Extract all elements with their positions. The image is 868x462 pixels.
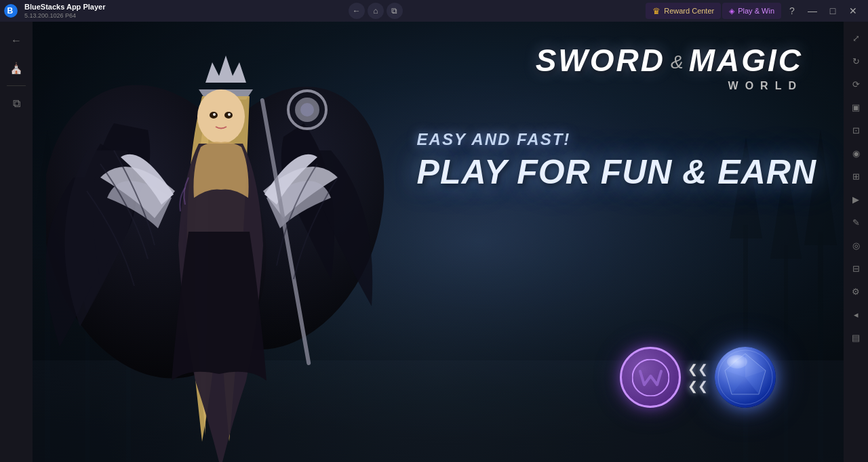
record-icon[interactable]: ◉ <box>846 144 865 163</box>
game-title-magic: MAGIC <box>689 42 803 79</box>
game-banner: SWORD & MAGIC WORLD EASY AND FAST! PLAY … <box>33 22 844 462</box>
titlebar-nav: ← ⌂ ⧉ <box>343 3 408 19</box>
camera-icon[interactable]: ⊡ <box>846 121 865 140</box>
sidebar-back-icon[interactable]: ← <box>4 28 28 53</box>
sync-icon[interactable]: ⟳ <box>846 75 865 93</box>
game-title-amp: & <box>668 51 686 73</box>
reward-center-button[interactable]: ♛ Reward Center <box>646 3 721 19</box>
svg-point-20 <box>197 89 245 144</box>
app-title-area: BlueStacks App Player 5.13.200.1026 P64 <box>22 3 343 18</box>
arrow-row-1: ❮❮ <box>688 362 708 377</box>
token-circle <box>620 347 681 408</box>
svg-point-24 <box>228 113 231 116</box>
game-title-area: SWORD & MAGIC WORLD <box>536 42 803 92</box>
sidebar-multiinstance-icon[interactable]: ⧉ <box>4 91 28 116</box>
gem-sphere <box>715 347 776 408</box>
chevron-1: ❮❮ <box>688 362 708 377</box>
app-version: 5.13.200.1026 P64 <box>24 12 343 19</box>
character-svg <box>46 42 399 462</box>
run-script-icon[interactable]: ▶ <box>846 190 865 209</box>
home-nav-button[interactable]: ⌂ <box>368 3 384 19</box>
play-and-win-label: Play & Win <box>738 7 774 15</box>
scan-icon[interactable]: ⊟ <box>846 259 865 278</box>
arrows-container: ❮❮ ❮❮ <box>688 362 708 394</box>
titlebar-actions: ♛ Reward Center ◈ Play & Win ? — □ ✕ <box>646 3 868 19</box>
tagline-area: EASY AND FAST! PLAY FOR FUN & EARN <box>417 130 816 190</box>
settings-icon[interactable]: ⚙ <box>846 282 865 301</box>
sidebar-separator <box>7 85 26 86</box>
titlebar: B BlueStacks App Player 5.13.200.1026 P6… <box>0 0 868 22</box>
macro-icon[interactable]: ✎ <box>846 213 865 232</box>
gem-inner-svg <box>715 347 776 408</box>
back-nav-button[interactable]: ← <box>349 3 365 19</box>
help-button[interactable]: ? <box>783 3 802 19</box>
svg-text:B: B <box>7 6 14 16</box>
multiinstance-button[interactable]: ⧉ <box>387 3 403 19</box>
reward-icons-area: ❮❮ ❮❮ <box>620 347 776 408</box>
fullscreen-icon[interactable]: ⤢ <box>846 28 865 47</box>
crown-icon: ♛ <box>652 6 660 16</box>
chevron-2: ❮❮ <box>688 379 708 394</box>
game-area[interactable]: SWORD & MAGIC WORLD EASY AND FAST! PLAY … <box>33 22 844 462</box>
sidebar-home-icon[interactable]: ⛪ <box>4 56 28 80</box>
rotate-icon[interactable]: ↻ <box>846 51 865 70</box>
monitor-icon[interactable]: ▤ <box>846 328 865 347</box>
main-area: ← ⛪ ⧉ <box>0 22 868 462</box>
game-title-sword: SWORD <box>536 42 665 79</box>
minimize-button[interactable]: — <box>803 3 822 19</box>
right-sidebar: ⤢ ↻ ⟳ ▣ ⊡ ◉ ⊞ ▶ ✎ ◎ ⊟ ⚙ ◂ ▤ <box>844 22 868 462</box>
gem-icon: ◈ <box>729 7 734 16</box>
app-name: BlueStacks App Player <box>24 3 343 12</box>
left-sidebar: ← ⛪ ⧉ <box>0 22 33 462</box>
game-title-world: WORLD <box>536 80 803 92</box>
gamepad-icon[interactable]: ⊞ <box>846 167 865 186</box>
play-and-win-button[interactable]: ◈ Play & Win <box>722 3 781 19</box>
token-w-logo <box>632 359 669 396</box>
maximize-button[interactable]: □ <box>823 3 842 19</box>
arrow-row-2: ❮❮ <box>688 379 708 394</box>
sword-title: SWORD & MAGIC <box>536 42 803 79</box>
app-icon: B <box>0 0 22 22</box>
location-icon[interactable]: ◎ <box>846 236 865 255</box>
back-icon[interactable]: ◂ <box>846 305 865 324</box>
close-button[interactable]: ✕ <box>844 3 863 19</box>
reward-center-label: Reward Center <box>664 7 714 15</box>
tagline-main: PLAY FOR FUN & EARN <box>417 154 816 190</box>
tagline-sub: EASY AND FAST! <box>417 130 816 149</box>
svg-point-23 <box>213 113 216 116</box>
screenshot-icon[interactable]: ▣ <box>846 98 865 117</box>
svg-point-28 <box>300 103 314 117</box>
